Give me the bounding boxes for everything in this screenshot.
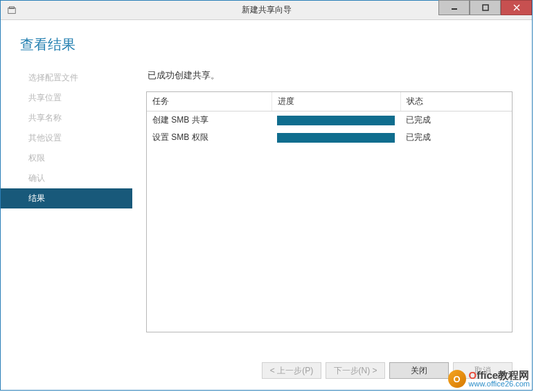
wizard-window: 新建共享向导 查看结果 选择配置文件 共享位置 共享名称 其他设置 权限 确认 …	[0, 0, 533, 391]
minimize-button[interactable]	[438, 0, 470, 15]
content: 查看结果 选择配置文件 共享位置 共享名称 其他设置 权限 确认 结果 已成功创…	[1, 20, 532, 390]
table-row[interactable]: 设置 SMB 权限 已完成	[147, 129, 512, 146]
prev-button: < 上一步(P)	[262, 362, 321, 379]
cancel-button: 取消	[453, 362, 513, 379]
cell-status: 已完成	[400, 112, 512, 130]
page-heading: 查看结果	[1, 20, 532, 66]
close-wizard-button[interactable]: 关闭	[389, 362, 449, 379]
wizard-steps-sidebar: 选择配置文件 共享位置 共享名称 其他设置 权限 确认 结果	[1, 66, 132, 353]
step-share-name: 共享名称	[1, 108, 132, 128]
step-confirm: 确认	[1, 168, 132, 188]
step-results[interactable]: 结果	[1, 188, 132, 208]
main-panel: 已成功创建共享。 任务 进度 状态 创建 SMB 共享	[132, 66, 532, 353]
col-header-task[interactable]: 任务	[147, 92, 272, 112]
next-button: 下一步(N) >	[326, 362, 385, 379]
step-share-location: 共享位置	[1, 88, 132, 108]
close-button[interactable]	[501, 0, 532, 15]
maximize-button[interactable]	[470, 0, 501, 15]
body: 选择配置文件 共享位置 共享名称 其他设置 权限 确认 结果 已成功创建共享。 …	[1, 66, 532, 353]
cell-task: 设置 SMB 权限	[147, 129, 272, 146]
cell-progress	[272, 129, 400, 146]
progress-bar	[277, 133, 395, 143]
status-message: 已成功创建共享。	[146, 66, 513, 91]
step-select-profile: 选择配置文件	[1, 68, 132, 88]
cell-progress	[272, 112, 400, 130]
svg-rect-3	[483, 5, 488, 10]
step-other-settings: 其他设置	[1, 128, 132, 148]
app-icon	[5, 3, 19, 17]
step-permissions: 权限	[1, 148, 132, 168]
window-controls	[438, 1, 532, 19]
wizard-footer: < 上一步(P) 下一步(N) > 关闭 取消	[1, 353, 532, 390]
results-table: 任务 进度 状态 创建 SMB 共享 已完成	[147, 92, 512, 146]
col-header-status[interactable]: 状态	[400, 92, 512, 112]
col-header-progress[interactable]: 进度	[272, 92, 400, 112]
titlebar: 新建共享向导	[1, 1, 532, 20]
cell-status: 已完成	[400, 129, 512, 146]
progress-bar	[277, 116, 395, 125]
cell-task: 创建 SMB 共享	[147, 112, 272, 130]
table-row[interactable]: 创建 SMB 共享 已完成	[147, 112, 512, 130]
results-table-container: 任务 进度 状态 创建 SMB 共享 已完成	[146, 91, 513, 332]
